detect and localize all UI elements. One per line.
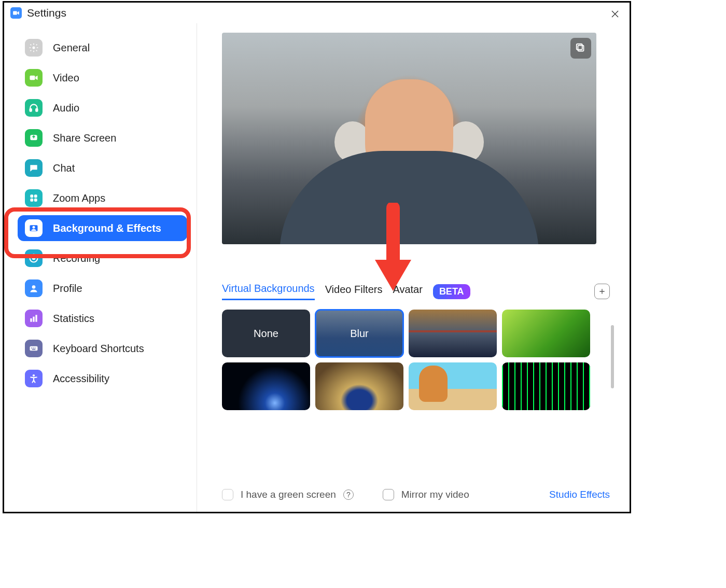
svg-rect-24 [578, 46, 584, 51]
studio-effects-link[interactable]: Studio Effects [549, 489, 610, 500]
video-icon [25, 69, 43, 87]
background-option-earth[interactable] [222, 362, 310, 410]
background-option-grass[interactable] [502, 310, 590, 357]
svg-point-11 [33, 226, 35, 229]
sidebar-item-statistics[interactable]: Statistics [18, 305, 187, 331]
sidebar-item-label: Chat [53, 162, 75, 174]
sidebar-item-label: Share Screen [53, 132, 116, 144]
record-icon [25, 249, 43, 267]
svg-rect-8 [30, 199, 33, 202]
sidebar-item-label: Accessibility [53, 373, 109, 385]
sidebar-item-label: Keyboard Shortcuts [53, 343, 144, 355]
sidebar-item-zoom-apps[interactable]: Zoom Apps [18, 185, 187, 211]
green-screen-checkbox[interactable] [222, 489, 233, 500]
background-option-blur[interactable]: Blur [315, 310, 403, 357]
window-title: Settings [27, 7, 66, 19]
background-option-matrix[interactable] [502, 362, 590, 410]
svg-rect-9 [34, 199, 37, 202]
green-screen-label: I have a green screen [241, 489, 336, 500]
sidebar-item-background-effects[interactable]: Background & Effects [18, 215, 187, 241]
svg-rect-25 [577, 44, 582, 50]
green-screen-help-icon[interactable]: ? [343, 489, 354, 500]
sidebar-item-profile[interactable]: Profile [18, 275, 187, 301]
profile-icon [25, 279, 43, 297]
add-background-button[interactable] [594, 284, 610, 299]
background-option-bridge[interactable] [409, 310, 497, 357]
video-preview [222, 33, 596, 244]
person-card-icon [25, 219, 43, 237]
titlebar: Settings [4, 3, 630, 23]
svg-point-23 [33, 374, 35, 376]
stats-icon [25, 310, 43, 327]
sidebar-item-label: General [53, 42, 90, 54]
sidebar-item-label: Recording [53, 253, 100, 264]
sidebar-item-label: Zoom Apps [53, 192, 105, 204]
svg-rect-7 [34, 194, 37, 198]
svg-point-13 [32, 257, 36, 260]
scrollbar[interactable] [611, 325, 614, 388]
sidebar-item-chat[interactable]: Chat [18, 155, 187, 181]
tab-label: Video Filters [325, 284, 383, 295]
svg-rect-19 [31, 347, 32, 348]
sidebar-item-label: Profile [53, 283, 82, 295]
svg-rect-16 [33, 317, 34, 322]
main-panel: Virtual Backgrounds Video Filters Avatar… [197, 23, 630, 512]
keyboard-icon [25, 340, 43, 357]
tab-label: Avatar [393, 284, 422, 295]
apps-icon [25, 189, 43, 207]
svg-rect-4 [36, 109, 37, 111]
svg-rect-17 [35, 315, 37, 321]
share-icon [25, 129, 43, 147]
sidebar-item-label: Statistics [53, 313, 94, 325]
svg-point-14 [32, 285, 36, 289]
mirror-video-label: Mirror my video [401, 489, 469, 500]
svg-rect-6 [30, 194, 33, 198]
tab-label: Virtual Backgrounds [222, 283, 315, 294]
sidebar-item-accessibility[interactable]: Accessibility [18, 366, 187, 391]
background-option-none[interactable]: None [222, 310, 310, 357]
svg-point-1 [33, 47, 35, 49]
svg-rect-21 [35, 347, 36, 348]
svg-rect-2 [30, 76, 35, 80]
sidebar-item-label: Video [53, 72, 79, 84]
svg-rect-15 [30, 318, 32, 322]
accessibility-icon [25, 370, 43, 387]
tab-virtual-backgrounds[interactable]: Virtual Backgrounds [222, 283, 315, 300]
footer-controls: I have a green screen ? Mirror my video … [222, 489, 610, 500]
background-grid: None Blur [222, 310, 610, 410]
svg-rect-3 [30, 109, 32, 111]
tab-avatar[interactable]: Avatar [393, 284, 422, 300]
svg-rect-22 [32, 349, 36, 350]
sidebar-item-share-screen[interactable]: Share Screen [18, 125, 187, 151]
mirror-video-checkbox[interactable] [383, 489, 394, 500]
gear-icon [25, 39, 43, 57]
thumb-label: Blur [350, 328, 369, 340]
sidebar-item-general[interactable]: General [18, 35, 187, 61]
sidebar-item-video[interactable]: Video [18, 65, 187, 91]
sidebar-item-audio[interactable]: Audio [18, 95, 187, 121]
close-button[interactable] [608, 7, 622, 21]
sidebar-item-label: Background & Effects [53, 222, 161, 234]
chat-icon [25, 159, 43, 177]
sidebar-item-keyboard-shortcuts[interactable]: Keyboard Shortcuts [18, 335, 187, 361]
tab-video-filters[interactable]: Video Filters [325, 284, 383, 300]
background-option-bikini-bottom[interactable] [409, 362, 497, 410]
settings-window: Settings General Video Audio [3, 1, 631, 513]
sidebar-item-recording[interactable]: Recording [18, 245, 187, 271]
sidebar-item-label: Audio [53, 102, 79, 114]
zoom-app-icon [10, 7, 22, 19]
svg-rect-0 [13, 11, 17, 15]
headphones-icon [25, 99, 43, 117]
beta-badge: BETA [433, 284, 470, 299]
rotate-camera-button[interactable] [570, 38, 591, 59]
svg-rect-20 [33, 347, 34, 348]
settings-sidebar: General Video Audio Share Screen [4, 23, 197, 512]
effects-tabs: Virtual Backgrounds Video Filters Avatar… [222, 283, 610, 300]
thumb-label: None [254, 328, 278, 340]
background-option-oval-office[interactable] [315, 362, 403, 410]
